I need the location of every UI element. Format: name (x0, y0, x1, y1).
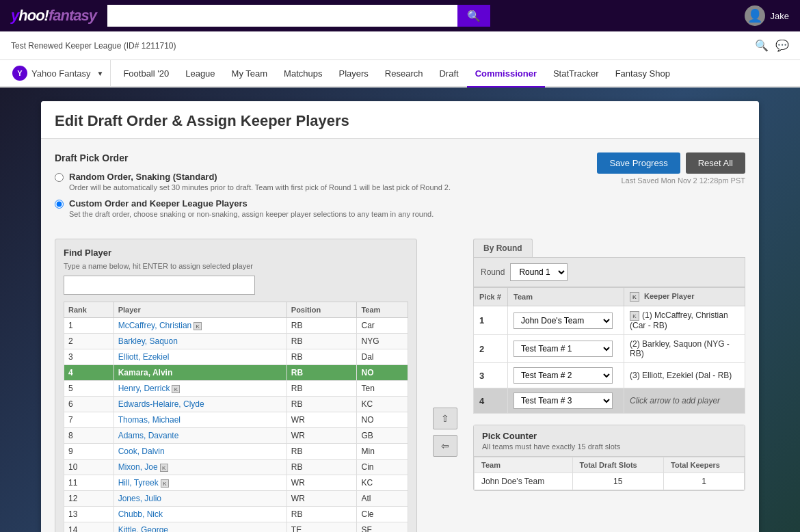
player-name-cell: Thomas, Michael (114, 412, 286, 428)
team-cell: Min (357, 444, 408, 460)
player-link[interactable]: Thomas, Michael (118, 415, 181, 425)
nav-item-myteam[interactable]: My Team (224, 60, 276, 88)
table-row[interactable]: 5 Henry, DerrickK RB Ten (64, 381, 408, 397)
team-cell: NO (357, 412, 408, 428)
search-league-icon[interactable]: 🔍 (755, 39, 769, 52)
player-link[interactable]: Henry, Derrick (118, 384, 170, 393)
main-card: Edit Draft Order & Assign Keeper Players… (41, 101, 759, 532)
table-row[interactable]: 7 Thomas, Michael WR NO (64, 412, 408, 428)
league-name[interactable]: Test Renewed Keeper League (ID# 1211710) (11, 41, 176, 51)
table-row[interactable]: 2 Barkley, Saquon RB NYG (64, 334, 408, 349)
table-row[interactable]: 11 Hill, TyreekK WR KC (64, 475, 408, 491)
draft-pick-order-section: Save Progress Reset All Last Saved Mon N… (55, 152, 745, 225)
nav-item-league[interactable]: League (177, 60, 223, 88)
team-select-1[interactable]: John Doe's TeamTest Team # 1Test Team # … (514, 312, 613, 329)
team-select-2[interactable]: John Doe's TeamTest Team # 1Test Team # … (514, 341, 613, 357)
counter-row: John Doe's Team 15 1 (475, 473, 745, 490)
table-row[interactable]: 3 Elliott, Ezekiel RB Dal (64, 349, 408, 365)
reset-all-button[interactable]: Reset All (686, 152, 745, 174)
player-link[interactable]: Barkley, Saquon (118, 336, 178, 346)
round-select[interactable]: Round 1 Round 2 Round 3 (510, 263, 568, 281)
position-cell: RB (286, 381, 357, 397)
player-link[interactable]: Adams, Davante (118, 431, 179, 440)
player-link[interactable]: Mixon, Joe (118, 462, 158, 472)
radio-custom[interactable] (55, 200, 64, 209)
player-link[interactable]: Hill, Tyreek (118, 478, 159, 488)
arrow-up-button[interactable]: ⇧ (433, 408, 457, 429)
team-cell: NYG (357, 334, 408, 349)
pick-num-cell: 4 (474, 388, 508, 414)
table-row[interactable]: 4 Kamara, Alvin RB NO (64, 365, 408, 381)
keeper-player-cell: (3) Elliott, Ezekiel (Dal - RB) (624, 363, 745, 388)
arrow-left-button[interactable]: ⇦ (433, 435, 457, 457)
player-name-cell: Edwards-Helaire, Clyde (114, 397, 286, 412)
col-team: Team (357, 302, 408, 318)
table-row[interactable]: 10 Mixon, JoeK RB Cin (64, 460, 408, 475)
player-link[interactable]: Kamara, Alvin (118, 368, 173, 377)
player-link[interactable]: Chubb, Nick (118, 509, 163, 519)
user-area: 👤 Jake (745, 5, 789, 26)
page-title-bar: Edit Draft Order & Assign Keeper Players (41, 101, 759, 139)
counter-table: Team Total Draft Slots Total Keepers Joh… (474, 457, 745, 490)
player-link[interactable]: Cook, Dalvin (118, 447, 165, 456)
nav-item-stattracker[interactable]: StatTracker (545, 60, 607, 88)
table-row[interactable]: 6 Edwards-Helaire, Clyde RB KC (64, 397, 408, 412)
table-row[interactable]: 9 Cook, Dalvin RB Min (64, 444, 408, 460)
team-cell: Atl (357, 491, 408, 507)
content-area: Save Progress Reset All Last Saved Mon N… (41, 139, 759, 532)
table-row[interactable]: 1 McCaffrey, ChristianK RB Car (64, 318, 408, 334)
team-cell: KC (357, 397, 408, 412)
player-link[interactable]: Elliott, Ezekiel (118, 352, 170, 362)
search-button[interactable]: 🔍 (457, 5, 490, 27)
counter-keepers: 1 (664, 473, 745, 490)
table-row[interactable]: 8 Adams, Davante WR GB (64, 428, 408, 444)
team-select-3[interactable]: John Doe's TeamTest Team # 1Test Team # … (514, 367, 613, 384)
nav-item-players[interactable]: Players (330, 60, 376, 88)
site-logo[interactable]: yhoo!fantasy (11, 7, 96, 25)
player-name-cell: Elliott, Ezekiel (114, 349, 286, 365)
search-bar: 🔍 (107, 5, 490, 27)
position-cell: RB (286, 444, 357, 460)
team-select-cell: John Doe's TeamTest Team # 1Test Team # … (508, 306, 624, 335)
message-icon[interactable]: 💬 (775, 39, 789, 52)
save-progress-button[interactable]: Save Progress (597, 152, 680, 174)
keeper-player-text: (1) McCaffrey, Christian (Car - RB) (630, 310, 728, 330)
keeper-player-cell: K(1) McCaffrey, Christian (Car - RB) (624, 306, 745, 335)
radio-random-label: Random Order, Snaking (Standard) (69, 172, 451, 182)
radio-random[interactable] (55, 173, 64, 182)
pick-num-cell: 3 (474, 363, 508, 388)
keeper-player-text: (3) Elliott, Ezekiel (Dal - RB) (630, 371, 732, 380)
player-name-cell: McCaffrey, ChristianK (114, 318, 286, 334)
nav-item-commissioner[interactable]: Commissioner (467, 60, 545, 88)
nav-item-matchups[interactable]: Matchups (276, 60, 330, 88)
col-player: Player (114, 302, 286, 318)
nav-item-fantasyshop[interactable]: Fantasy Shop (607, 60, 678, 88)
table-row[interactable]: 14 Kittle, George TE SF (64, 522, 408, 533)
table-row[interactable]: 12 Jones, Julio WR Atl (64, 491, 408, 507)
keeper-badge: K (194, 322, 202, 330)
player-name-cell: Kamara, Alvin (114, 365, 286, 381)
find-player-input[interactable] (64, 276, 255, 295)
player-link[interactable]: Edwards-Helaire, Clyde (118, 399, 204, 409)
radio-custom-desc: Set the draft order, choose snaking or n… (69, 210, 434, 218)
player-link[interactable]: McCaffrey, Christian (118, 321, 192, 330)
by-round-tab[interactable]: By Round (473, 239, 533, 257)
table-row[interactable]: 13 Chubb, Nick RB Cle (64, 507, 408, 522)
player-link[interactable]: Kittle, George (118, 525, 168, 532)
logo-text: y (11, 7, 18, 24)
team-select-4[interactable]: John Doe's TeamTest Team # 1Test Team # … (514, 393, 613, 409)
nav-item-draft[interactable]: Draft (431, 60, 466, 88)
position-cell: RB (286, 365, 357, 381)
rank-cell: 4 (64, 365, 114, 381)
keeper-badge: K (160, 464, 168, 472)
team-cell: Cin (357, 460, 408, 475)
player-name-cell: Barkley, Saquon (114, 334, 286, 349)
league-bar-icons: 🔍 💬 (755, 39, 789, 52)
nav-logo-area[interactable]: Y Yahoo Fantasy ▼ (5, 60, 111, 86)
nav-item-research[interactable]: Research (377, 60, 431, 88)
search-input[interactable] (107, 5, 457, 27)
col-rank: Rank (64, 302, 114, 318)
player-link[interactable]: Jones, Julio (118, 494, 161, 503)
nav-item-football[interactable]: Football '20 (115, 60, 177, 88)
username-label[interactable]: Jake (771, 11, 789, 21)
